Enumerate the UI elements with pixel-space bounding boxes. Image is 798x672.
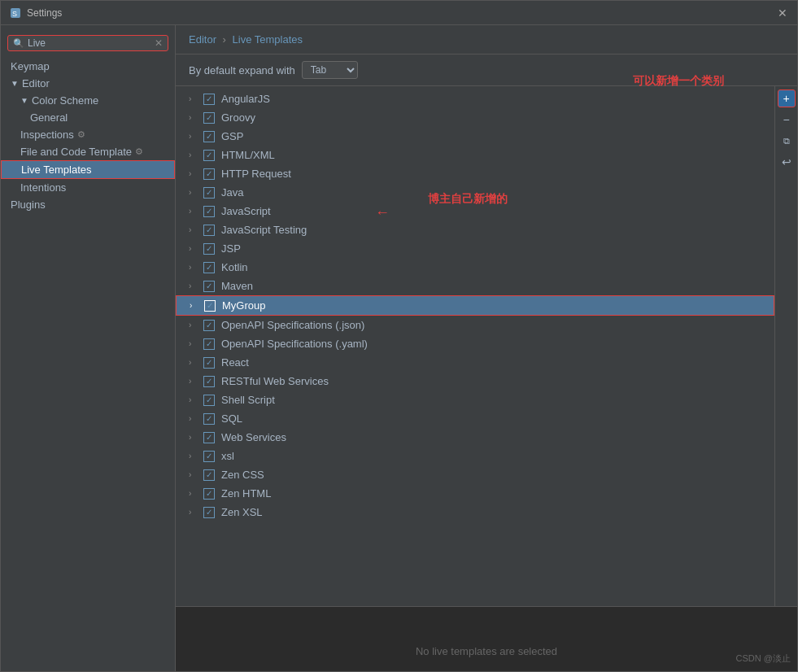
item-label-groovy: Groovy	[221, 111, 761, 124]
chevron-icon: ›	[189, 377, 200, 386]
remove-button[interactable]: −	[778, 111, 796, 129]
bottom-panel: No live templates are selected	[176, 606, 797, 671]
list-item-web-services[interactable]: › Web Services	[176, 428, 774, 447]
close-button[interactable]: ✕	[776, 7, 789, 20]
item-label-jsp: JSP	[221, 242, 761, 255]
search-box[interactable]: 🔍 ✕	[7, 35, 168, 51]
sidebar-item-plugins[interactable]: Plugins	[1, 196, 175, 213]
keymap-label: Keymap	[11, 60, 50, 72]
sidebar-item-editor[interactable]: ▼ Editor	[1, 75, 175, 92]
list-item-maven[interactable]: › Maven	[176, 277, 774, 295]
undo-button[interactable]: ↩	[778, 153, 796, 171]
sidebar-item-general[interactable]: General	[1, 109, 175, 126]
checkbox-web-services[interactable]	[203, 432, 215, 443]
general-label: General	[30, 111, 68, 124]
checkbox-groovy[interactable]	[203, 112, 215, 124]
list-item-zen-xsl[interactable]: › Zen XSL	[176, 503, 774, 521]
item-label-html-xml: HTML/XML	[221, 149, 761, 161]
checkbox-angularjs[interactable]	[203, 94, 215, 105]
checkbox-restful[interactable]	[203, 376, 215, 387]
list-item-groovy[interactable]: › Groovy	[176, 108, 774, 127]
list-item-zen-html[interactable]: › Zen HTML	[176, 484, 774, 503]
list-item-javascript-testing[interactable]: › JavaScript Testing	[176, 220, 774, 239]
list-item-java[interactable]: › Java	[176, 183, 774, 202]
list-item-kotlin[interactable]: › Kotlin	[176, 258, 774, 277]
checkbox-openapi-json[interactable]	[203, 320, 215, 331]
item-label-web-services: Web Services	[221, 431, 761, 443]
list-item-openapi-yaml[interactable]: › OpenAPI Specifications (.yaml)	[176, 334, 774, 353]
item-label-sql: SQL	[221, 412, 761, 425]
sidebar-item-intentions[interactable]: Intentions	[1, 179, 175, 196]
window-title: Settings	[27, 7, 62, 19]
list-item-xsl[interactable]: › xsl	[176, 447, 774, 465]
item-label-zen-xsl: Zen XSL	[221, 506, 761, 518]
checkbox-zen-html[interactable]	[203, 488, 215, 500]
breadcrumb-part2: Live Templates	[233, 33, 303, 46]
plugins-label: Plugins	[11, 199, 46, 211]
checkbox-xsl[interactable]	[203, 451, 215, 462]
list-item-mygroup[interactable]: › MyGroup	[176, 295, 774, 316]
item-label-http-request: HTTP Request	[221, 168, 761, 180]
checkbox-maven[interactable]	[203, 281, 215, 292]
list-item-openapi-json[interactable]: › OpenAPI Specifications (.json)	[176, 316, 774, 334]
panel-body: › AngularJS › Groovy › GSP	[176, 86, 797, 606]
checkbox-zen-css[interactable]	[203, 469, 215, 481]
list-item-restful[interactable]: › RESTful Web Services	[176, 372, 774, 391]
checkbox-html-xml[interactable]	[203, 150, 215, 161]
checkbox-openapi-yaml[interactable]	[203, 338, 215, 350]
sidebar-item-live-templates[interactable]: Live Templates	[1, 160, 175, 179]
search-input[interactable]	[28, 37, 155, 49]
checkbox-http-request[interactable]	[203, 168, 215, 180]
chevron-icon: ›	[189, 489, 200, 498]
add-button[interactable]: +	[778, 89, 796, 107]
list-item-angularjs[interactable]: › AngularJS	[176, 89, 774, 108]
sidebar-item-file-code-template[interactable]: File and Code Template ⚙	[1, 143, 175, 160]
sidebar-item-inspections[interactable]: Inspections ⚙	[1, 126, 175, 143]
search-clear-icon[interactable]: ✕	[155, 37, 163, 49]
inspections-label: Inspections	[20, 129, 74, 141]
checkbox-jsp[interactable]	[203, 243, 215, 255]
item-label-maven: Maven	[221, 280, 761, 292]
chevron-icon: ›	[189, 151, 200, 159]
list-item-zen-css[interactable]: › Zen CSS	[176, 465, 774, 484]
right-panel-wrapper: Editor › Live Templates By default expan…	[176, 25, 797, 671]
item-label-openapi-json: OpenAPI Specifications (.json)	[221, 319, 761, 331]
list-item-sql[interactable]: › SQL	[176, 409, 774, 428]
expand-with-select[interactable]: Tab Enter Space	[302, 61, 358, 79]
checkbox-mygroup[interactable]	[204, 300, 216, 312]
chevron-icon: ›	[189, 263, 200, 272]
inspections-icon: ⚙	[77, 129, 85, 140]
list-item-javascript[interactable]: › JavaScript	[176, 202, 774, 220]
sidebar-item-keymap[interactable]: Keymap	[1, 58, 175, 75]
list-item-react[interactable]: › React	[176, 353, 774, 372]
checkbox-zen-xsl[interactable]	[203, 507, 215, 518]
checkbox-java[interactable]	[203, 187, 215, 199]
item-label-zen-html: Zen HTML	[221, 487, 761, 500]
chevron-icon: ›	[189, 169, 200, 178]
checkbox-shell-script[interactable]	[203, 395, 215, 406]
chevron-icon: ›	[189, 113, 200, 122]
checkbox-javascript[interactable]	[203, 206, 215, 217]
checkbox-kotlin[interactable]	[203, 262, 215, 273]
chevron-icon: ›	[189, 188, 200, 197]
copy-button[interactable]: ⧉	[778, 132, 796, 150]
list-item-shell-script[interactable]: › Shell Script	[176, 391, 774, 409]
breadcrumb-separator: ›	[223, 33, 226, 46]
item-label-javascript: JavaScript	[221, 205, 761, 217]
list-item-jsp[interactable]: › JSP	[176, 239, 774, 258]
color-scheme-label: Color Scheme	[32, 94, 98, 107]
list-item-gsp[interactable]: › GSP	[176, 127, 774, 146]
list-item-html-xml[interactable]: › HTML/XML	[176, 146, 774, 164]
list-item-http-request[interactable]: › HTTP Request	[176, 164, 774, 183]
checkbox-react[interactable]	[203, 357, 215, 369]
chevron-icon: ›	[189, 321, 200, 329]
toolbar: By default expand with Tab Enter Space	[176, 55, 797, 86]
checkbox-javascript-testing[interactable]	[203, 225, 215, 236]
title-bar: S Settings ✕	[1, 1, 797, 25]
chevron-icon: ›	[190, 301, 201, 310]
item-label-zen-css: Zen CSS	[221, 469, 761, 481]
checkbox-gsp[interactable]	[203, 131, 215, 142]
sidebar-item-color-scheme[interactable]: ▼ Color Scheme	[1, 92, 175, 109]
file-template-icon: ⚙	[135, 146, 143, 157]
checkbox-sql[interactable]	[203, 413, 215, 425]
